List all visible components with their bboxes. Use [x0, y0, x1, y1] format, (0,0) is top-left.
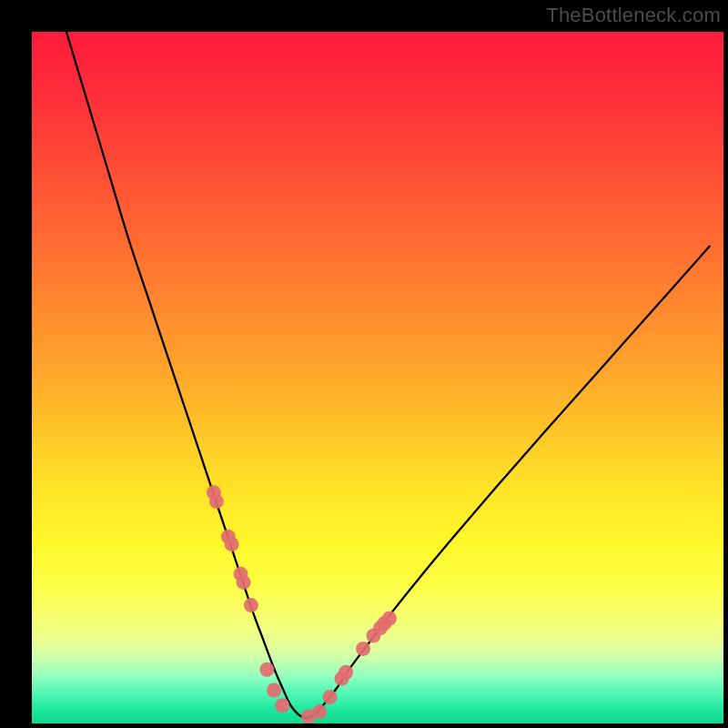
curve-svg	[32, 32, 723, 723]
marker-dot	[382, 611, 397, 625]
marker-dot	[237, 575, 251, 590]
marker-dot	[244, 598, 258, 612]
plot-area	[32, 32, 723, 723]
highlight-markers	[207, 485, 397, 723]
marker-dot	[312, 704, 327, 719]
marker-dot	[356, 642, 370, 656]
marker-dot	[267, 683, 281, 698]
marker-dot	[275, 698, 289, 713]
chart-frame: TheBottleneck.com	[0, 0, 728, 728]
watermark-text: TheBottleneck.com	[546, 4, 721, 27]
marker-dot	[339, 665, 353, 680]
marker-dot	[323, 690, 338, 704]
marker-dot	[225, 537, 239, 551]
marker-dot	[259, 662, 274, 677]
marker-dot	[209, 494, 224, 509]
